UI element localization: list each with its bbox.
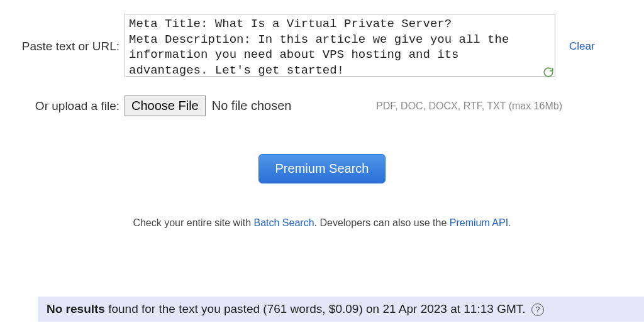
results-bar: No results found for the text you pasted…	[38, 297, 644, 322]
paste-label: Paste text or URL:	[0, 40, 125, 53]
help-icon[interactable]: ?	[531, 303, 544, 316]
premium-api-link[interactable]: Premium API	[450, 217, 508, 228]
site-notice: Check your entire site with Batch Search…	[0, 217, 644, 229]
upload-label: Or upload a file:	[0, 99, 125, 113]
notice-suffix: .	[508, 217, 511, 228]
choose-file-button[interactable]: Choose File	[125, 96, 206, 116]
premium-search-button[interactable]: Premium Search	[258, 154, 386, 183]
paste-textarea[interactable]	[125, 14, 555, 77]
file-status: No file chosen	[212, 99, 292, 113]
notice-middle: . Developers can also use the	[314, 217, 450, 228]
file-hint: PDF, DOC, DOCX, RTF, TXT (max 16Mb)	[376, 101, 562, 112]
results-lead: No results	[47, 302, 105, 315]
batch-search-link[interactable]: Batch Search	[253, 217, 314, 228]
clear-link[interactable]: Clear	[569, 40, 595, 53]
notice-prefix: Check your entire site with	[133, 217, 253, 228]
results-rest: found for the text you pasted (761 words…	[105, 302, 529, 315]
